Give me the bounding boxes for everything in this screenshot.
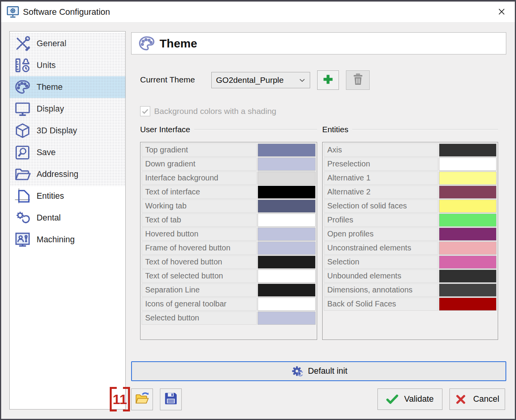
close-icon bbox=[497, 7, 506, 18]
color-row[interactable]: Hovered button bbox=[142, 228, 316, 241]
sidebar-item-display[interactable]: Display bbox=[10, 98, 125, 120]
color-swatch[interactable] bbox=[439, 158, 497, 171]
color-row-label: Open profiles bbox=[324, 228, 438, 241]
machining-icon bbox=[13, 230, 32, 249]
color-row[interactable]: Back of Solid Faces bbox=[324, 298, 497, 311]
color-swatch[interactable] bbox=[439, 144, 497, 157]
color-swatch[interactable] bbox=[439, 242, 497, 255]
color-row[interactable]: Separation Line bbox=[142, 284, 316, 297]
sidebar-item-entities[interactable]: Entities bbox=[10, 185, 125, 207]
color-row[interactable]: Selection of solid faces bbox=[324, 200, 497, 213]
sidebar-item-machining[interactable]: Machining bbox=[10, 229, 125, 250]
sidebar-item-3d-display[interactable]: 3D Display bbox=[10, 120, 125, 142]
sidebar-item-label: Entities bbox=[37, 191, 64, 201]
color-swatch[interactable] bbox=[439, 228, 497, 241]
color-row[interactable]: Unbounded elements bbox=[324, 270, 497, 283]
sidebar-item-save[interactable]: Save bbox=[10, 142, 125, 163]
color-swatch[interactable] bbox=[258, 158, 316, 171]
save-search-icon bbox=[13, 143, 32, 162]
sidebar-item-dental[interactable]: Dental bbox=[10, 207, 125, 229]
color-swatch[interactable] bbox=[439, 270, 497, 283]
chevron-down-icon bbox=[299, 77, 305, 84]
color-swatch[interactable] bbox=[439, 256, 497, 269]
shading-checkbox[interactable] bbox=[140, 106, 150, 116]
color-row[interactable]: Text of interface bbox=[142, 186, 316, 199]
color-row-label: Alternative 1 bbox=[324, 172, 438, 185]
tools-icon bbox=[13, 34, 32, 53]
group-title: Entities bbox=[322, 125, 348, 134]
theme-select-value: GO2dental_Purple bbox=[216, 75, 284, 85]
monitor-icon bbox=[13, 100, 32, 118]
sidebar-item-label: Dental bbox=[37, 213, 61, 223]
color-swatch[interactable] bbox=[258, 172, 316, 185]
color-row-label: Working tab bbox=[142, 200, 257, 213]
color-row[interactable]: Interface background bbox=[142, 172, 316, 185]
color-swatch[interactable] bbox=[258, 214, 316, 227]
page-title: Theme bbox=[160, 37, 197, 50]
sidebar-item-label: General bbox=[37, 39, 67, 49]
sidebar-item-theme[interactable]: Theme bbox=[10, 76, 125, 98]
folder-open-icon bbox=[13, 165, 32, 184]
sidebar-list: General Units Theme Display 3D Display S… bbox=[10, 32, 125, 409]
default-init-label: Default init bbox=[308, 366, 348, 376]
color-row[interactable]: Down gradient bbox=[142, 158, 316, 171]
trash-icon bbox=[351, 72, 365, 88]
color-swatch[interactable] bbox=[439, 172, 497, 185]
color-swatch[interactable] bbox=[258, 200, 316, 213]
theme-select[interactable]: GO2dental_Purple bbox=[211, 72, 310, 88]
color-row[interactable]: Frame of hovered button bbox=[142, 242, 316, 255]
close-button[interactable] bbox=[493, 5, 510, 20]
color-row[interactable]: Icons of general toolbar bbox=[142, 298, 316, 311]
color-row[interactable]: Working tab bbox=[142, 200, 316, 213]
color-swatch[interactable] bbox=[439, 200, 497, 213]
color-swatch[interactable] bbox=[258, 256, 316, 269]
gear-tooth-icon bbox=[13, 208, 32, 227]
open-theme-file-button[interactable] bbox=[131, 388, 153, 410]
color-swatch[interactable] bbox=[258, 186, 316, 199]
validate-button[interactable]: Validate bbox=[377, 388, 442, 410]
sidebar-item-general[interactable]: General bbox=[10, 33, 125, 54]
color-swatch[interactable] bbox=[258, 242, 316, 255]
default-init-button[interactable]: Default init bbox=[131, 361, 506, 381]
cancel-button[interactable]: Cancel bbox=[449, 388, 505, 410]
sidebar-item-label: Save bbox=[37, 148, 56, 158]
color-row[interactable]: Alternative 2 bbox=[324, 186, 497, 199]
color-row[interactable]: Text of selected button bbox=[142, 270, 316, 283]
color-swatch[interactable] bbox=[258, 298, 316, 311]
color-row-label: Profiles bbox=[324, 214, 438, 227]
color-row[interactable]: Preselection bbox=[324, 158, 497, 171]
save-theme-file-button[interactable] bbox=[160, 388, 182, 410]
color-swatch[interactable] bbox=[439, 186, 497, 199]
color-swatch[interactable] bbox=[439, 284, 497, 297]
current-theme-label: Current Theme bbox=[140, 75, 195, 84]
color-swatch[interactable] bbox=[258, 270, 316, 283]
sidebar: General Units Theme Display 3D Display S… bbox=[9, 31, 126, 410]
color-row-label: Dimensions, annotations bbox=[324, 284, 438, 297]
delete-theme-button[interactable] bbox=[346, 70, 370, 90]
sidebar-item-addressing[interactable]: Addressing bbox=[10, 163, 125, 185]
color-row[interactable]: Text of hovered button bbox=[142, 256, 316, 269]
color-row[interactable]: Dimensions, annotations bbox=[324, 284, 497, 297]
color-swatch[interactable] bbox=[439, 214, 497, 227]
color-row[interactable]: Top gradient bbox=[142, 144, 316, 157]
color-row-label: Interface background bbox=[142, 172, 257, 185]
color-swatch[interactable] bbox=[258, 144, 316, 157]
color-row-label: Text of selected button bbox=[142, 270, 257, 283]
color-row[interactable]: Open profiles bbox=[324, 228, 497, 241]
color-row[interactable]: Text of tab bbox=[142, 214, 316, 227]
color-row[interactable]: Alternative 1 bbox=[324, 172, 497, 185]
color-row-label: Unconstrained elements bbox=[324, 242, 438, 255]
color-row[interactable]: Axis bbox=[324, 144, 497, 157]
color-row[interactable]: Profiles bbox=[324, 214, 497, 227]
color-swatch[interactable] bbox=[258, 284, 316, 297]
color-row[interactable]: Selection bbox=[324, 256, 497, 269]
color-swatch[interactable] bbox=[258, 228, 316, 241]
color-swatch[interactable] bbox=[439, 298, 497, 311]
plus-icon bbox=[321, 73, 335, 88]
color-row[interactable]: Unconstrained elements bbox=[324, 242, 497, 255]
color-row[interactable]: Selected button bbox=[142, 312, 316, 325]
sidebar-item-units[interactable]: Units bbox=[10, 54, 125, 76]
add-theme-button[interactable] bbox=[317, 70, 339, 90]
cube-icon bbox=[13, 121, 32, 140]
color-swatch[interactable] bbox=[258, 312, 316, 325]
